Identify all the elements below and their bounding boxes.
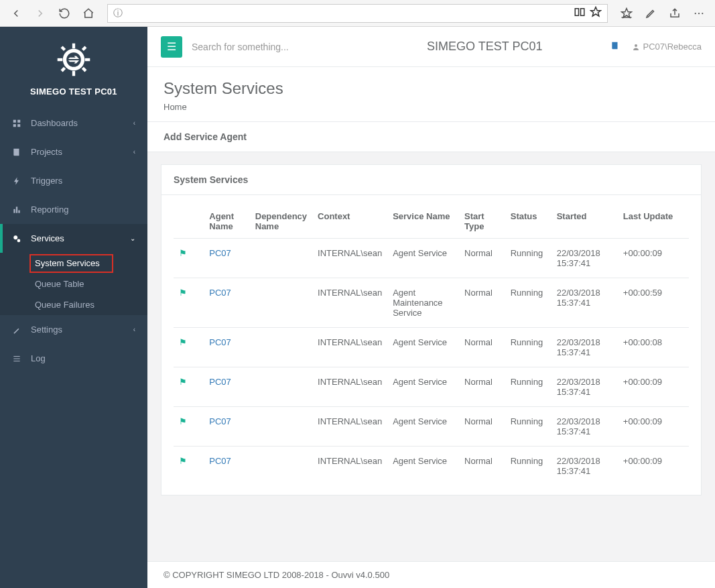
sidebar-item-label: Dashboards	[31, 118, 78, 128]
table-cell: 22/03/2018 15:37:41	[551, 239, 618, 278]
sidebar-sub-queue-table[interactable]: Queue Table	[0, 274, 147, 294]
share-icon[interactable]	[664, 3, 686, 24]
table-cell: +00:00:09	[618, 239, 689, 278]
agent-link[interactable]: PC07	[209, 337, 231, 347]
table-cell: Running	[505, 278, 551, 328]
favorites-hub-icon[interactable]	[616, 3, 637, 24]
svg-rect-5	[58, 58, 63, 61]
sidebar-item-reporting[interactable]: Reporting	[0, 195, 147, 224]
table-cell: ⚑	[174, 447, 204, 486]
sidebar-item-label: Services	[31, 233, 64, 243]
sidebar-item-projects[interactable]: Projects ‹	[0, 137, 147, 166]
back-button[interactable]	[5, 3, 27, 24]
svg-rect-12	[17, 119, 20, 122]
table-header: Context	[312, 204, 387, 239]
table-header: Start Type	[459, 204, 505, 239]
table-cell: Running	[505, 367, 551, 407]
address-bar[interactable]: ⓘ	[107, 4, 608, 23]
user-label[interactable]: PC07\Rebecca	[632, 42, 702, 52]
table-cell: +00:00:08	[618, 328, 689, 367]
agent-link[interactable]: PC07	[209, 248, 231, 258]
user-icon	[632, 43, 640, 51]
topbar: ☰ SIMEGO TEST PC01 PC07\Rebecca	[147, 27, 715, 67]
table-row[interactable]: ⚑PC07INTERNAL\seanAgent ServiceNormalRun…	[174, 367, 689, 407]
svg-point-0	[695, 12, 696, 13]
table-cell: PC07	[204, 239, 249, 278]
table-cell: +00:00:09	[618, 407, 689, 447]
table-row[interactable]: ⚑PC07INTERNAL\seanAgent ServiceNormalRun…	[174, 447, 689, 486]
refresh-button[interactable]	[54, 3, 75, 24]
agent-link[interactable]: PC07	[209, 377, 231, 387]
table-cell: Normal	[459, 278, 505, 328]
table-cell: ⚑	[174, 278, 204, 328]
svg-point-20	[635, 44, 637, 47]
table-cell	[250, 239, 312, 278]
svg-rect-15	[13, 209, 15, 213]
home-button[interactable]	[78, 3, 99, 24]
sidebar-sub-system-services[interactable]: System Services	[0, 253, 147, 274]
flag-icon: ⚑	[179, 337, 187, 347]
topbar-title: SIMEGO TEST PC01	[369, 40, 601, 54]
info-icon: ⓘ	[113, 7, 123, 19]
table-cell: Running	[505, 447, 551, 486]
menu-toggle-button[interactable]: ☰	[161, 36, 182, 58]
table-cell: Agent Service	[387, 367, 459, 407]
sidebar-item-triggers[interactable]: Triggers	[0, 166, 147, 195]
svg-rect-16	[16, 207, 17, 213]
gears-icon	[12, 234, 24, 243]
agent-link[interactable]: PC07	[209, 416, 231, 426]
panel-title: System Services	[161, 165, 701, 195]
breadcrumb[interactable]: Home	[164, 102, 699, 112]
agent-link[interactable]: PC07	[209, 288, 231, 298]
table-cell: ⚑	[174, 367, 204, 407]
table-cell: +00:00:09	[618, 447, 689, 486]
svg-rect-10	[61, 67, 66, 72]
add-service-agent-link[interactable]: Add Service Agent	[164, 131, 247, 142]
search-input[interactable]	[192, 42, 359, 52]
table-row[interactable]: ⚑PC07INTERNAL\seanAgent ServiceNormalRun…	[174, 328, 689, 367]
notes-icon[interactable]	[640, 3, 661, 24]
table-cell: Agent Service	[387, 328, 459, 367]
agent-link[interactable]: PC07	[209, 456, 231, 466]
chart-icon	[12, 205, 24, 215]
favorite-icon[interactable]	[590, 6, 602, 20]
svg-rect-8	[82, 67, 87, 72]
table-row[interactable]: ⚑PC07INTERNAL\seanAgent ServiceNormalRun…	[174, 407, 689, 447]
table-cell: +00:00:59	[618, 278, 689, 328]
panel-system-services: System Services Agent NameDependency Nam…	[161, 164, 702, 495]
flag-icon: ⚑	[179, 288, 187, 298]
table-header: Status	[505, 204, 551, 239]
sidebar-sub-queue-failures[interactable]: Queue Failures	[0, 294, 147, 315]
table-row[interactable]: ⚑PC07INTERNAL\seanAgent Maintenance Serv…	[174, 278, 689, 328]
table-cell: 22/03/2018 15:37:41	[551, 367, 618, 407]
book-icon	[12, 148, 24, 157]
table-row[interactable]: ⚑PC07INTERNAL\seanAgent ServiceNormalRun…	[174, 239, 689, 278]
sidebar-item-settings[interactable]: Settings ‹	[0, 315, 147, 344]
reading-view-icon[interactable]	[574, 6, 586, 20]
sidebar-item-label: Triggers	[31, 176, 62, 186]
svg-rect-3	[72, 44, 75, 49]
table-cell: Running	[505, 407, 551, 447]
table-cell: Running	[505, 328, 551, 367]
bolt-icon	[12, 176, 24, 186]
table-cell: ⚑	[174, 328, 204, 367]
table-cell: Agent Service	[387, 447, 459, 486]
forward-button[interactable]	[29, 3, 51, 24]
svg-rect-6	[85, 58, 90, 61]
sidebar-item-log[interactable]: Log	[0, 344, 147, 373]
grid-icon	[12, 119, 24, 128]
sidebar-item-services[interactable]: Services ⌄	[0, 224, 147, 253]
sidebar-item-label: Log	[31, 353, 46, 363]
table-header: Agent Name	[204, 204, 249, 239]
more-icon[interactable]	[688, 3, 710, 24]
table-cell: Normal	[459, 239, 505, 278]
table-header: Dependency Name	[250, 204, 312, 239]
table-cell	[250, 367, 312, 407]
sidebar-item-dashboards[interactable]: Dashboards ‹	[0, 109, 147, 137]
table-cell: Agent Service	[387, 407, 459, 447]
table-cell: Agent Service	[387, 239, 459, 278]
flag-icon: ⚑	[179, 377, 187, 387]
docs-icon[interactable]	[610, 41, 620, 52]
table-cell: 22/03/2018 15:37:41	[551, 328, 618, 367]
svg-point-19	[17, 239, 21, 242]
